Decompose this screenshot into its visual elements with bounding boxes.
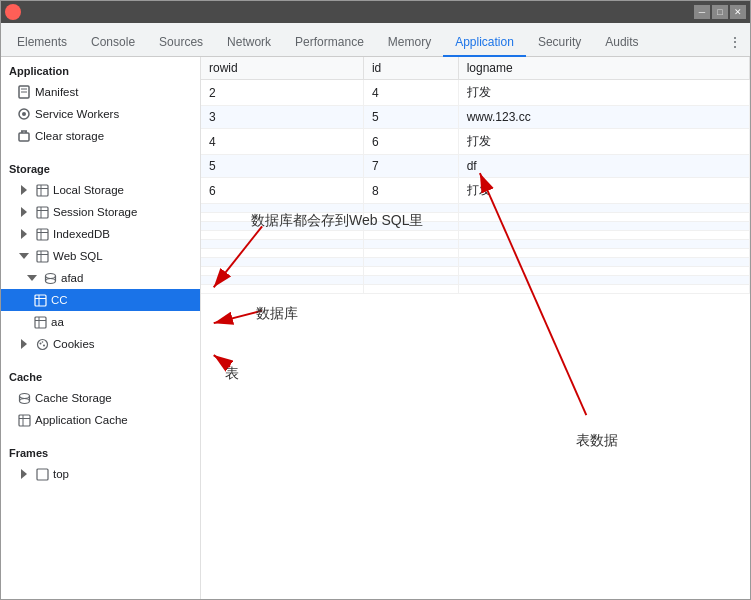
cell-logname: [458, 213, 749, 222]
svg-point-32: [37, 339, 47, 349]
tab-network[interactable]: Network: [215, 29, 283, 57]
sidebar-item-websql[interactable]: Web SQL: [1, 245, 200, 267]
sidebar-item-cookies[interactable]: Cookies: [1, 333, 200, 355]
devtools-body: Application Manifest Service Workers Cle…: [1, 57, 750, 599]
cell-rowid: 5: [201, 155, 363, 178]
sidebar-item-session-storage[interactable]: Session Storage: [1, 201, 200, 223]
afad-expand-icon: [25, 271, 39, 285]
cell-rowid: [201, 276, 363, 285]
indexeddb-expand-icon: [17, 227, 31, 241]
cell-rowid: 3: [201, 106, 363, 129]
application-cache-icon: [17, 413, 31, 427]
cell-rowid: [201, 258, 363, 267]
svg-rect-40: [19, 415, 30, 426]
sidebar-item-indexeddb[interactable]: IndexedDB: [1, 223, 200, 245]
tab-security[interactable]: Security: [526, 29, 593, 57]
cell-id: 8: [363, 178, 458, 204]
table-row: [201, 276, 750, 285]
application-section-title: Application: [1, 57, 200, 81]
tab-audits[interactable]: Audits: [593, 29, 650, 57]
local-storage-expand-icon: [17, 183, 31, 197]
table-row: [201, 231, 750, 240]
sidebar-item-cache-storage[interactable]: Cache Storage: [1, 387, 200, 409]
sidebar-item-application-cache[interactable]: Application Cache: [1, 409, 200, 431]
sidebar-item-top-frame[interactable]: top: [1, 463, 200, 485]
col-rowid: rowid: [201, 57, 363, 80]
cell-id: [363, 258, 458, 267]
close-button[interactable]: ✕: [730, 5, 746, 19]
top-frame-label: top: [53, 468, 69, 480]
sidebar-item-service-workers[interactable]: Service Workers: [1, 103, 200, 125]
cell-id: [363, 204, 458, 213]
svg-point-25: [45, 278, 55, 283]
sidebar-item-local-storage[interactable]: Local Storage: [1, 179, 200, 201]
indexeddb-label: IndexedDB: [53, 228, 110, 240]
sidebar-item-manifest[interactable]: Manifest: [1, 81, 200, 103]
storage-section-title: Storage: [1, 155, 200, 179]
afad-icon: [43, 271, 57, 285]
cell-logname: [458, 231, 749, 240]
col-logname: logname: [458, 57, 749, 80]
cookies-icon: [35, 337, 49, 351]
tab-elements[interactable]: Elements: [5, 29, 79, 57]
cookies-expand-icon: [17, 337, 31, 351]
svg-rect-19: [37, 251, 48, 262]
sidebar-item-afad[interactable]: afad: [1, 267, 200, 289]
table-row: [201, 222, 750, 231]
app-icon: [5, 4, 21, 20]
application-cache-label: Application Cache: [35, 414, 128, 426]
table-row: [201, 213, 750, 222]
tab-memory[interactable]: Memory: [376, 29, 443, 57]
titlebar-controls[interactable]: ─ □ ✕: [694, 5, 746, 19]
cell-logname: 打发: [458, 80, 749, 106]
svg-point-0: [8, 7, 18, 17]
top-frame-expand-icon: [17, 467, 31, 481]
maximize-button[interactable]: □: [712, 5, 728, 19]
cell-id: [363, 267, 458, 276]
tab-console[interactable]: Console: [79, 29, 147, 57]
session-storage-icon: [35, 205, 49, 219]
cell-rowid: [201, 267, 363, 276]
svg-rect-13: [37, 207, 48, 218]
tab-performance[interactable]: Performance: [283, 29, 376, 57]
sidebar-item-clear-storage[interactable]: Clear storage: [1, 125, 200, 147]
cache-section-title: Cache: [1, 363, 200, 387]
table-row: [201, 204, 750, 213]
table-row: 35www.123.cc: [201, 106, 750, 129]
svg-rect-26: [35, 295, 46, 306]
cell-rowid: [201, 249, 363, 258]
websql-expand-icon: [17, 249, 31, 263]
minimize-button[interactable]: ─: [694, 5, 710, 19]
websql-icon: [35, 249, 49, 263]
more-tabs-icon[interactable]: ⋮: [720, 28, 750, 56]
cell-logname: 打发: [458, 178, 749, 204]
afad-label: afad: [61, 272, 83, 284]
cell-rowid: [201, 213, 363, 222]
svg-point-33: [39, 342, 41, 344]
divider1: [1, 147, 200, 155]
table-row: [201, 249, 750, 258]
sidebar-item-cc[interactable]: CC: [1, 289, 200, 311]
cell-id: 5: [363, 106, 458, 129]
svg-point-39: [19, 398, 29, 403]
sidebar-item-aa[interactable]: aa: [1, 311, 200, 333]
tab-sources[interactable]: Sources: [147, 29, 215, 57]
table-row: 57df: [201, 155, 750, 178]
tab-application[interactable]: Application: [443, 29, 526, 57]
local-storage-label: Local Storage: [53, 184, 124, 196]
cell-logname: [458, 285, 749, 294]
cell-rowid: [201, 222, 363, 231]
svg-point-5: [22, 112, 26, 116]
cell-logname: [458, 240, 749, 249]
svg-point-22: [45, 273, 55, 278]
table-row: 24打发: [201, 80, 750, 106]
cell-logname: 打发: [458, 129, 749, 155]
cc-icon: [33, 293, 47, 307]
data-table: rowid id logname 24打发35www.123.cc46打发57d…: [201, 57, 750, 294]
clear-storage-icon: [17, 129, 31, 143]
cell-id: [363, 222, 458, 231]
main-content: rowid id logname 24打发35www.123.cc46打发57d…: [201, 57, 750, 599]
cell-logname: [458, 204, 749, 213]
table-row: [201, 285, 750, 294]
table-scroll[interactable]: rowid id logname 24打发35www.123.cc46打发57d…: [201, 57, 750, 599]
